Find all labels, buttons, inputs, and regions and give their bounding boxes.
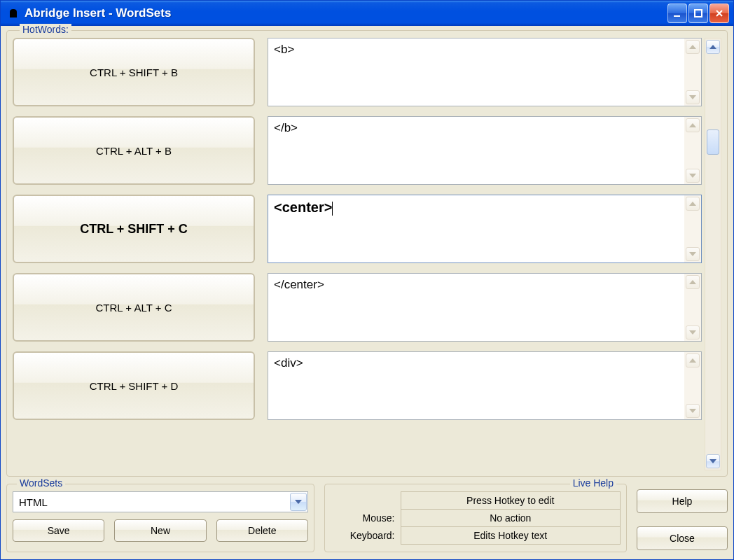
window-controls	[667, 4, 729, 23]
scroll-up-icon[interactable]	[686, 275, 700, 289]
scroll-up-button[interactable]	[706, 40, 720, 54]
wordset-selected: HTML	[13, 496, 289, 508]
scroll-down-icon[interactable]	[686, 404, 700, 418]
keyboard-value: Edits Hotkey text	[401, 527, 621, 545]
hotkey-label: CTRL + ALT + B	[96, 145, 172, 157]
text-caret	[332, 202, 333, 216]
app-window: Abridge Insert - WordSets HotWords: CTRL…	[0, 0, 734, 560]
hotword-text: </b>	[268, 117, 684, 184]
keyboard-label: Keyboard:	[331, 527, 401, 545]
hotword-row: CTRL + SHIFT + D <div>	[13, 351, 702, 420]
text-scrollbar[interactable]	[684, 117, 701, 184]
minimize-button[interactable]	[667, 4, 687, 23]
text-scrollbar[interactable]	[684, 274, 701, 341]
svg-rect-1	[695, 10, 702, 17]
help-button[interactable]: Help	[637, 489, 728, 513]
titlebar[interactable]: Abridge Insert - WordSets	[1, 1, 733, 26]
hotword-text: <center>	[268, 195, 684, 262]
mouse-label: Mouse:	[331, 510, 401, 527]
scroll-up-icon[interactable]	[686, 40, 700, 54]
livehelp-label: Live Help	[570, 477, 616, 489]
chevron-down-icon	[295, 500, 302, 504]
maximize-button[interactable]	[688, 4, 708, 23]
livehelp-table: Press Hotkey to edit Mouse:No action Key…	[331, 491, 621, 545]
app-icon	[6, 6, 20, 20]
combobox-dropdown-button[interactable]	[290, 493, 307, 511]
svg-rect-0	[674, 15, 680, 17]
hotkey-button[interactable]: CTRL + ALT + C	[13, 273, 255, 342]
hotword-text-field[interactable]: </b>	[268, 116, 702, 185]
hotword-row: CTRL + ALT + B </b>	[13, 116, 702, 185]
livehelp-hint: Press Hotkey to edit	[401, 492, 621, 510]
scroll-down-icon[interactable]	[686, 90, 700, 104]
scroll-down-button[interactable]	[706, 454, 720, 468]
hotwords-group: HotWords: CTRL + SHIFT + B <b> CTRL + AL…	[6, 30, 728, 477]
scroll-down-icon[interactable]	[686, 169, 700, 183]
hotword-text-field[interactable]: </center>	[268, 273, 702, 342]
scroll-down-icon[interactable]	[686, 326, 700, 340]
hotkey-button[interactable]: CTRL + SHIFT + B	[13, 38, 255, 106]
hotkey-label: CTRL + SHIFT + C	[80, 222, 188, 237]
delete-button[interactable]: Delete	[216, 519, 308, 542]
text-scrollbar[interactable]	[684, 195, 701, 262]
side-buttons: Help Close	[637, 484, 728, 552]
hotkey-label: CTRL + SHIFT + B	[90, 66, 178, 78]
hotword-text: <div>	[268, 352, 684, 419]
text-scrollbar[interactable]	[684, 352, 701, 419]
wordset-combobox[interactable]: HTML	[13, 491, 308, 512]
scroll-up-icon[interactable]	[686, 354, 700, 368]
wordsets-label: WordSets	[17, 477, 65, 489]
livehelp-group: Live Help Press Hotkey to edit Mouse:No …	[324, 484, 627, 552]
hotwords-rows: CTRL + SHIFT + B <b> CTRL + ALT + B </b>…	[13, 38, 702, 470]
hotword-text-field[interactable]: <center>	[268, 195, 702, 263]
hotword-text-field[interactable]: <div>	[268, 351, 702, 420]
hotword-text: </center>	[268, 274, 684, 341]
mouse-value: No action	[401, 510, 621, 527]
hotword-text: <b>	[268, 38, 684, 106]
hotword-row: CTRL + ALT + C </center>	[13, 273, 702, 342]
hotword-row: CTRL + SHIFT + C <center>	[13, 195, 702, 263]
client-area: HotWords: CTRL + SHIFT + B <b> CTRL + AL…	[1, 26, 733, 559]
hotkey-button[interactable]: CTRL + SHIFT + D	[13, 351, 255, 420]
hotword-text-field[interactable]: <b>	[268, 38, 702, 106]
text-scrollbar[interactable]	[684, 38, 701, 106]
hotkey-button[interactable]: CTRL + ALT + B	[13, 116, 255, 185]
new-button[interactable]: New	[114, 519, 206, 542]
hotword-row: CTRL + SHIFT + B <b>	[13, 38, 702, 106]
hotwords-label: HotWords:	[20, 24, 71, 35]
wordset-buttons: Save New Delete	[13, 519, 308, 542]
scroll-thumb[interactable]	[707, 130, 719, 155]
hotkey-button[interactable]: CTRL + SHIFT + C	[13, 195, 255, 263]
hotkey-label: CTRL + SHIFT + D	[90, 380, 179, 392]
window-title: Abridge Insert - WordSets	[25, 6, 667, 20]
scroll-up-icon[interactable]	[686, 197, 700, 211]
close-button[interactable]: Close	[637, 526, 728, 550]
close-window-button[interactable]	[709, 4, 729, 23]
wordsets-group: WordSets HTML Save New Delete	[6, 484, 314, 552]
save-button[interactable]: Save	[13, 519, 104, 542]
hotwords-scrollbar[interactable]	[705, 38, 721, 470]
hotkey-label: CTRL + ALT + C	[96, 302, 172, 314]
bottom-panel: WordSets HTML Save New Delete Live Help …	[6, 484, 728, 552]
scroll-down-icon[interactable]	[686, 247, 700, 261]
scroll-up-icon[interactable]	[686, 118, 700, 132]
